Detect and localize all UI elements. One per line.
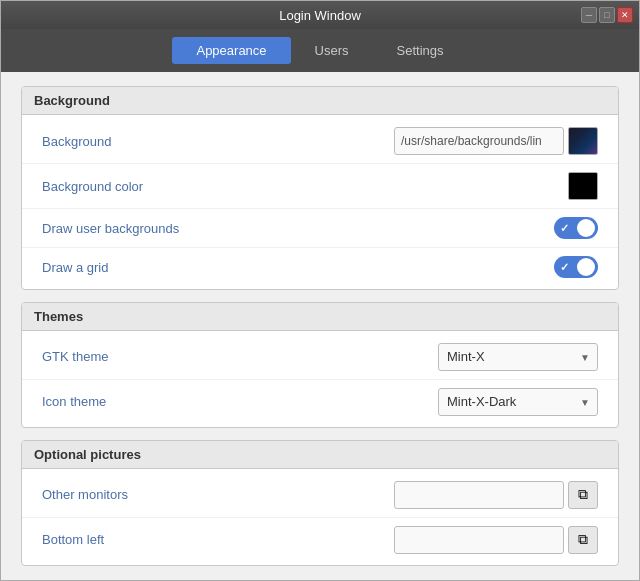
window-title: Login Window (279, 8, 361, 23)
folder-icon: ⧉ (578, 486, 588, 503)
draw-user-backgrounds-row: Draw user backgrounds ✓ (22, 209, 618, 248)
other-monitors-input[interactable] (394, 481, 564, 509)
other-monitors-browse-button[interactable]: ⧉ (568, 481, 598, 509)
folder-icon-2: ⧉ (578, 531, 588, 548)
background-preview-image (569, 128, 597, 154)
background-section: Background Background Background color (21, 86, 619, 290)
optional-pictures-header: Optional pictures (22, 441, 618, 469)
background-color-control (568, 172, 598, 200)
toggle-checkmark: ✓ (560, 222, 569, 235)
gtk-theme-select[interactable]: Mint-X Mint-Y Adwaita (438, 343, 598, 371)
background-section-body: Background Background color (22, 115, 618, 290)
close-button[interactable]: ✕ (617, 7, 633, 23)
tab-bar: Appearance Users Settings (1, 29, 639, 72)
background-color-row: Background color (22, 164, 618, 209)
bottom-left-row: Bottom left ⧉ (22, 518, 618, 562)
optional-pictures-body: Other monitors ⧉ Bottom left ⧉ (22, 469, 618, 566)
tab-appearance[interactable]: Appearance (172, 37, 290, 64)
icon-theme-label: Icon theme (42, 394, 438, 409)
maximize-button[interactable]: □ (599, 7, 615, 23)
background-path-control (394, 127, 598, 155)
window-controls: ─ □ ✕ (581, 7, 633, 23)
draw-grid-row: Draw a grid ✓ (22, 248, 618, 286)
background-path-row: Background (22, 119, 618, 164)
draw-grid-control: ✓ (554, 256, 598, 278)
themes-section: Themes GTK theme Mint-X Mint-Y Adwaita ▼ (21, 302, 619, 428)
gtk-theme-control: Mint-X Mint-Y Adwaita ▼ (438, 343, 598, 371)
titlebar: Login Window ─ □ ✕ (1, 1, 639, 29)
bottom-left-label: Bottom left (42, 532, 394, 547)
draw-grid-label: Draw a grid (42, 260, 554, 275)
gtk-theme-row: GTK theme Mint-X Mint-Y Adwaita ▼ (22, 335, 618, 380)
bottom-left-browse-button[interactable]: ⧉ (568, 526, 598, 554)
other-monitors-control: ⧉ (394, 481, 598, 509)
tab-users[interactable]: Users (291, 37, 373, 64)
tab-settings[interactable]: Settings (373, 37, 468, 64)
draw-grid-toggle[interactable]: ✓ (554, 256, 598, 278)
background-preview-button[interactable] (568, 127, 598, 155)
draw-user-backgrounds-toggle[interactable]: ✓ (554, 217, 598, 239)
bottom-left-input[interactable] (394, 526, 564, 554)
icon-theme-row: Icon theme Mint-X-Dark Mint-X Mint-Y ▼ (22, 380, 618, 424)
draw-user-backgrounds-label: Draw user backgrounds (42, 221, 554, 236)
background-color-swatch[interactable] (568, 172, 598, 200)
draw-user-backgrounds-control: ✓ (554, 217, 598, 239)
main-window: Login Window ─ □ ✕ Appearance Users Sett… (0, 0, 640, 581)
background-section-header: Background (22, 87, 618, 115)
background-color-label: Background color (42, 179, 568, 194)
other-monitors-row: Other monitors ⧉ (22, 473, 618, 518)
bottom-left-control: ⧉ (394, 526, 598, 554)
content-area: Background Background Background color (1, 72, 639, 580)
icon-theme-control: Mint-X-Dark Mint-X Mint-Y ▼ (438, 388, 598, 416)
background-path-label: Background (42, 134, 394, 149)
optional-pictures-section: Optional pictures Other monitors ⧉ Botto… (21, 440, 619, 566)
minimize-button[interactable]: ─ (581, 7, 597, 23)
gtk-theme-label: GTK theme (42, 349, 438, 364)
icon-theme-select[interactable]: Mint-X-Dark Mint-X Mint-Y (438, 388, 598, 416)
themes-section-header: Themes (22, 303, 618, 331)
themes-section-body: GTK theme Mint-X Mint-Y Adwaita ▼ Icon t… (22, 331, 618, 428)
toggle-checkmark-grid: ✓ (560, 261, 569, 274)
background-path-input[interactable] (394, 127, 564, 155)
other-monitors-label: Other monitors (42, 487, 394, 502)
